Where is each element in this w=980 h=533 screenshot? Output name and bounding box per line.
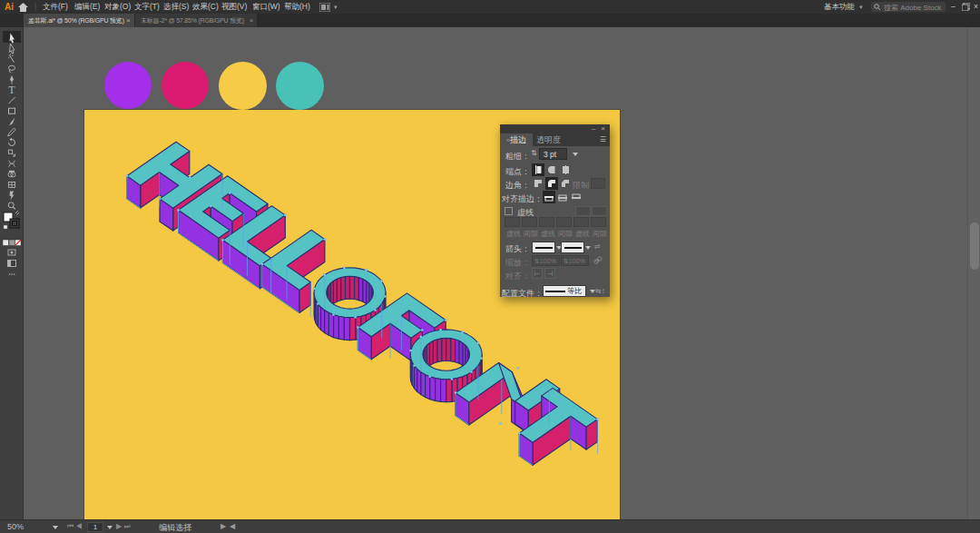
svg-text:T: T	[8, 84, 15, 96]
